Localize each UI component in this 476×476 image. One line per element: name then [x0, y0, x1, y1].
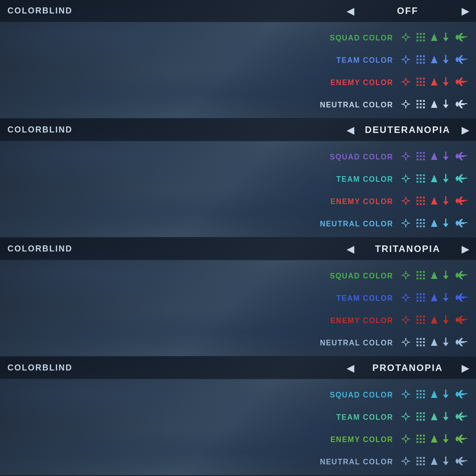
svg-rect-207: [420, 341, 422, 343]
svg-rect-25: [423, 55, 425, 57]
svg-rect-149: [416, 271, 418, 273]
downarrow-icon: [443, 456, 449, 468]
section-deuteranopia: COLORBLIND ◀ DEUTERANOPIA ▶ SQUAD COLOR: [0, 119, 476, 238]
svg-rect-101: [416, 181, 418, 183]
left-arrow[interactable]: ◀: [347, 244, 354, 255]
icons-group: [401, 99, 469, 111]
color-row-1: TEAM COLOR: [0, 406, 476, 429]
color-row-0: SQUAD COLOR: [0, 146, 476, 168]
grid-icon: [416, 337, 426, 349]
svg-marker-52: [443, 82, 449, 86]
svg-marker-212: [431, 338, 437, 346]
icons-group: [401, 54, 469, 66]
downarrow-icon: [443, 271, 449, 282]
svg-marker-196: [443, 320, 449, 324]
downarrow-icon: [443, 315, 449, 326]
triangle-icon: [430, 457, 438, 467]
svg-rect-134: [416, 222, 418, 224]
svg-marker-178: [443, 298, 449, 302]
downarrow-icon: [443, 152, 449, 163]
color-row-2: ENEMY COLOR: [0, 72, 476, 94]
svg-rect-24: [420, 55, 422, 57]
svg-rect-279: [420, 460, 422, 462]
grid-icon: [416, 270, 426, 282]
svg-rect-49: [423, 84, 425, 86]
grid-icon: [416, 411, 426, 423]
left-arrow[interactable]: ◀: [347, 6, 354, 17]
triangle-icon: [430, 316, 438, 326]
color-label: NEUTRAL COLOR: [310, 458, 393, 466]
color-row-3: NEUTRAL COLOR: [0, 451, 476, 473]
svg-rect-23: [416, 55, 418, 57]
svg-rect-261: [420, 438, 422, 440]
color-label: NEUTRAL COLOR: [310, 101, 393, 109]
svg-rect-64: [423, 103, 425, 105]
colorblind-label: COLORBLIND: [7, 363, 73, 373]
svg-rect-117: [420, 200, 422, 202]
svg-marker-230: [431, 390, 437, 398]
svg-rect-42: [420, 78, 422, 79]
left-arrow[interactable]: ◀: [347, 125, 354, 136]
svg-rect-262: [423, 438, 425, 440]
svg-rect-229: [423, 397, 425, 398]
svg-rect-12: [420, 40, 422, 41]
crosshair-icon: [401, 292, 411, 304]
triangle-icon: [430, 390, 438, 400]
plane-icon: [454, 218, 469, 230]
svg-marker-214: [443, 343, 449, 346]
right-arrow[interactable]: ▶: [462, 6, 469, 17]
svg-rect-150: [420, 271, 422, 273]
svg-rect-188: [416, 319, 418, 321]
grid-icon: [416, 151, 426, 163]
svg-rect-47: [416, 84, 418, 86]
left-arrow[interactable]: ◀: [347, 363, 354, 374]
icons-group: [401, 196, 469, 208]
svg-rect-114: [420, 197, 422, 198]
svg-rect-95: [416, 174, 418, 176]
right-arrow[interactable]: ▶: [462, 125, 469, 136]
color-row-1: TEAM COLOR: [0, 168, 476, 191]
svg-rect-206: [416, 341, 418, 343]
icons-group: [401, 315, 469, 327]
svg-rect-283: [423, 463, 425, 465]
svg-rect-29: [416, 62, 418, 64]
svg-rect-63: [420, 103, 422, 105]
svg-rect-263: [416, 441, 418, 443]
svg-rect-203: [416, 338, 418, 340]
svg-rect-222: [420, 390, 422, 392]
svg-rect-189: [420, 319, 422, 321]
svg-rect-151: [423, 271, 425, 273]
icons-group: [401, 292, 469, 304]
icons-group: [401, 270, 469, 282]
svg-rect-84: [420, 159, 422, 160]
color-label: NEUTRAL COLOR: [310, 220, 393, 228]
grid-icon: [416, 77, 426, 89]
right-arrow[interactable]: ▶: [462, 363, 469, 374]
svg-rect-247: [423, 419, 425, 421]
downarrow-icon: [443, 196, 449, 207]
color-label: TEAM COLOR: [310, 175, 393, 184]
icons-group: [401, 32, 469, 44]
svg-marker-68: [431, 100, 437, 108]
grid-icon: [416, 196, 426, 208]
svg-rect-155: [416, 278, 418, 279]
svg-rect-275: [416, 457, 418, 459]
svg-rect-45: [420, 81, 422, 83]
svg-rect-211: [423, 344, 425, 346]
section-tritanopia: COLORBLIND ◀ TRITANOPIA ▶ SQUAD COLOR: [0, 238, 476, 357]
svg-rect-257: [416, 435, 418, 436]
crosshair-icon: [401, 77, 411, 89]
svg-rect-98: [416, 178, 418, 179]
color-label: TEAM COLOR: [310, 294, 393, 303]
color-row-3: NEUTRAL COLOR: [0, 213, 476, 235]
svg-rect-276: [420, 457, 422, 459]
downarrow-icon: [443, 434, 449, 445]
svg-rect-137: [416, 225, 418, 227]
svg-marker-124: [443, 201, 449, 205]
right-arrow[interactable]: ▶: [462, 244, 469, 255]
svg-rect-172: [423, 297, 425, 298]
svg-marker-32: [431, 56, 437, 63]
svg-rect-157: [423, 278, 425, 279]
crosshair-icon: [401, 54, 411, 66]
triangle-icon: [430, 152, 438, 162]
